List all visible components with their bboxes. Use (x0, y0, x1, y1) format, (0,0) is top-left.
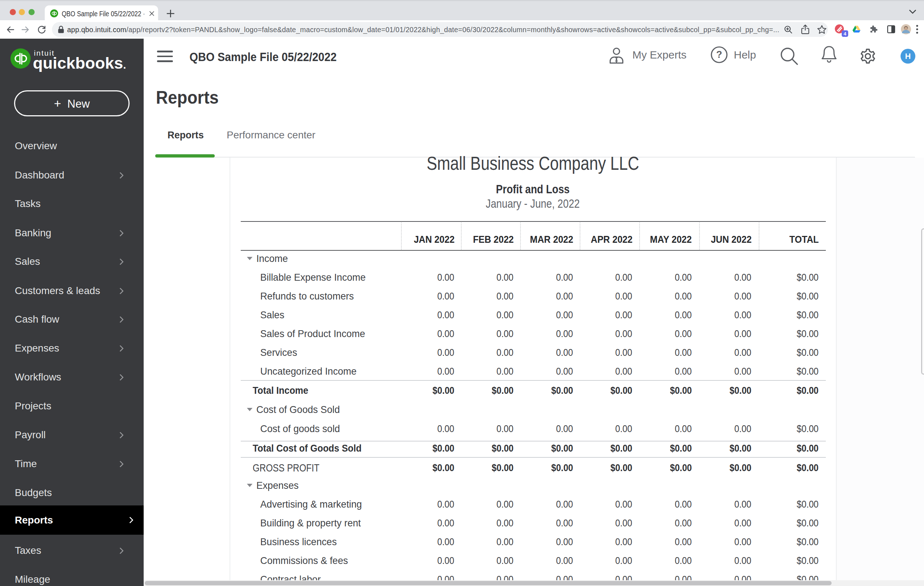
svg-text:4: 4 (843, 31, 846, 36)
svg-text:?: ? (716, 49, 722, 60)
